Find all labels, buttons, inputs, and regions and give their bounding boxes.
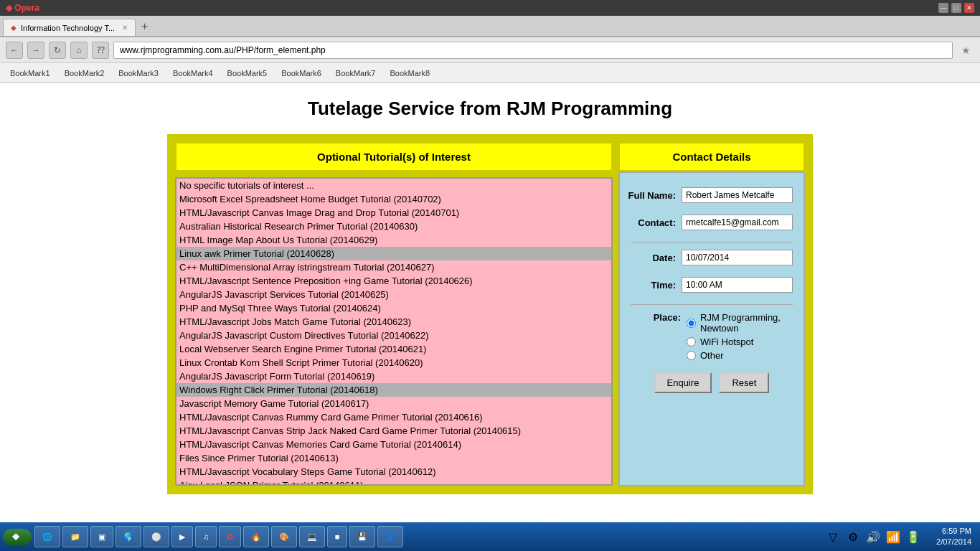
taskbar-item-person[interactable]: 👤 [377, 526, 403, 547]
clock[interactable]: 6:59 PM 2/07/2014 [930, 526, 977, 548]
list-item[interactable]: Australian Historical Research Primer Tu… [176, 220, 611, 233]
home-button[interactable]: ⌂ [70, 42, 88, 59]
taskbar-item-media[interactable]: ▶ [171, 526, 193, 547]
divider-2 [631, 304, 793, 305]
start-button[interactable]: ❖ [3, 529, 32, 545]
tray-volume[interactable]: 🔊 [864, 528, 882, 545]
windows-icon: ❖ [11, 532, 20, 542]
taskbar-item-chrome[interactable]: ⚪ [143, 526, 169, 547]
date-input[interactable] [682, 250, 793, 265]
reset-button[interactable]: Reset [719, 372, 769, 393]
taskbar-item-monitor[interactable]: 💻 [299, 526, 325, 547]
chrome-icon: ⚪ [151, 532, 161, 542]
list-item[interactable]: Windows Right Click Primer Tutorial (201… [176, 383, 611, 397]
bookmark-8[interactable]: BookMark8 [384, 67, 435, 79]
right-panel: Contact Details Full Name: Contact: Date… [618, 142, 805, 486]
page-content: Tutelage Service from RJM Programming Op… [0, 83, 980, 522]
place-radio-group: RJM Programming, Newtown WiFi Hotspot Ot… [687, 312, 793, 361]
list-item[interactable]: HTML/Javascript Canvas Rummy Card Game P… [176, 410, 611, 424]
bookmark-7[interactable]: BookMark7 [330, 67, 382, 79]
bookmark-2[interactable]: BookMark2 [59, 67, 110, 79]
taskbar: ❖ 🌐 📁 ▣ 🌎 ⚪ ▶ ♫ O 🔥 🎨 [0, 522, 980, 551]
tutorial-panel-header: Optional Tutorial(s) of Interest [175, 142, 613, 171]
bookmark-4[interactable]: BookMark4 [167, 67, 219, 79]
bookmark-3[interactable]: BookMark3 [113, 67, 164, 79]
enquire-button[interactable]: Enquire [654, 372, 712, 393]
tray-network[interactable]: 📶 [885, 528, 902, 545]
new-tab-button[interactable]: + [136, 17, 154, 36]
taskbar-item-disk[interactable]: 💾 [349, 526, 375, 547]
opera-taskbar-icon: O [227, 532, 233, 541]
time-input[interactable] [682, 277, 793, 293]
list-item[interactable]: HTML/Javascript Jobs Match Game Tutorial… [176, 315, 611, 329]
contact-panel-header: Contact Details [618, 142, 805, 171]
list-item[interactable]: HTML/Javascript Sentence Preposition +in… [176, 274, 611, 288]
tray-settings[interactable]: ⚙ [844, 528, 862, 545]
full-name-input[interactable] [682, 187, 793, 203]
list-item[interactable]: HTML Image Map About Us Tutorial (201406… [176, 233, 611, 247]
place-radio-other[interactable] [687, 351, 696, 360]
list-item[interactable]: Linux awk Primer Tutorial (20140628) [176, 247, 611, 260]
tutorial-list[interactable]: No specific tutorials of interest ... Mi… [175, 177, 613, 486]
contact-label: Contact: [626, 217, 676, 228]
list-item[interactable]: No specific tutorials of interest ... [176, 179, 611, 192]
bookmark-6[interactable]: BookMark6 [275, 67, 327, 79]
date-label: Date: [626, 253, 676, 263]
taskbar-item-music[interactable]: ♫ [195, 526, 217, 547]
close-button[interactable]: ✕ [964, 3, 974, 13]
tray-icon-1[interactable]: ▽ [824, 528, 842, 545]
list-item[interactable]: HTML/Javascript Canvas Strip Jack Naked … [176, 424, 611, 438]
contact-row: Contact: [631, 215, 793, 230]
contact-form: Full Name: Contact: Date: Time: [618, 171, 805, 486]
media-icon: ▶ [179, 532, 185, 542]
minimize-button[interactable]: — [938, 3, 948, 13]
list-item[interactable]: Local Webserver Search Engine Primer Tut… [176, 342, 611, 356]
taskbar-item-win[interactable]: ▣ [90, 526, 113, 547]
taskbar-item-fm[interactable]: 📁 [62, 526, 88, 547]
list-item[interactable]: C++ MultiDimensional Array istringstream… [176, 260, 611, 274]
grid-button[interactable]: ⁇ [92, 42, 109, 59]
list-item[interactable]: HTML/Javascript Canvas Memories Card Gam… [176, 438, 611, 451]
address-bar[interactable] [113, 42, 953, 59]
list-item[interactable]: AngularJS Javascript Custom Directives T… [176, 329, 611, 342]
taskbar-item-opera[interactable]: O [219, 526, 241, 547]
url-input[interactable] [120, 45, 946, 55]
list-item[interactable]: HTML/Javascript Vocabulary Steps Game Tu… [176, 465, 611, 479]
bookmark-5[interactable]: BookMark5 [222, 67, 273, 79]
list-item[interactable]: PHP and MySql Three Ways Tutorial (20140… [176, 301, 611, 315]
taskbar-item-paint[interactable]: 🎨 [271, 526, 297, 547]
clock-time: 6:59 PM [936, 526, 971, 537]
taskbar-item-ie[interactable]: 🌐 [34, 526, 60, 547]
bookmark-1[interactable]: BookMark1 [4, 67, 56, 79]
maximize-button[interactable]: □ [951, 3, 961, 13]
list-item[interactable]: AngularJS Javascript Form Tutorial (2014… [176, 369, 611, 383]
paint-icon: 🎨 [279, 532, 289, 542]
taskbar-item-cmd[interactable]: ■ [327, 526, 348, 547]
list-item[interactable]: Javascript Memory Game Tutorial (2014061… [176, 397, 611, 410]
place-radio-rjm[interactable] [687, 319, 696, 328]
reload-button[interactable]: ↻ [49, 42, 66, 59]
place-radio-wifi[interactable] [687, 337, 696, 347]
taskbar-item-globe[interactable]: 🌎 [116, 526, 141, 547]
place-label: Place: [631, 312, 681, 323]
forward-button[interactable]: → [27, 42, 44, 59]
back-button[interactable]: ← [6, 42, 23, 59]
opera-logo: ◆ Opera [6, 3, 39, 13]
list-item[interactable]: AngularJS Javascript Services Tutorial (… [176, 288, 611, 301]
folder-icon: 📁 [70, 532, 80, 542]
list-item[interactable]: HTML/Javascript Canvas Image Drag and Dr… [176, 206, 611, 220]
list-item[interactable]: Ajax Local JSON Primer Tutorial (2014061… [176, 479, 611, 486]
bookmark-star[interactable]: ★ [957, 42, 974, 59]
tab-title: Information Technology T... [21, 24, 115, 32]
list-item[interactable]: Files Since Primer Tutorial (20140613) [176, 451, 611, 465]
left-panel: Optional Tutorial(s) of Interest No spec… [175, 142, 613, 486]
taskbar-item-ff[interactable]: 🔥 [243, 526, 269, 547]
main-container: Optional Tutorial(s) of Interest No spec… [167, 134, 813, 494]
system-tray: ▽ ⚙ 🔊 📶 🔋 [824, 528, 922, 545]
active-tab[interactable]: ◆ Information Technology T... ✕ [3, 19, 136, 36]
list-item[interactable]: Linux Crontab Korn Shell Script Primer T… [176, 356, 611, 369]
contact-input[interactable] [682, 215, 793, 230]
tab-close-button[interactable]: ✕ [122, 24, 128, 32]
tray-battery[interactable]: 🔋 [905, 528, 922, 545]
list-item[interactable]: Microsoft Excel Spreadsheet Home Budget … [176, 192, 611, 206]
